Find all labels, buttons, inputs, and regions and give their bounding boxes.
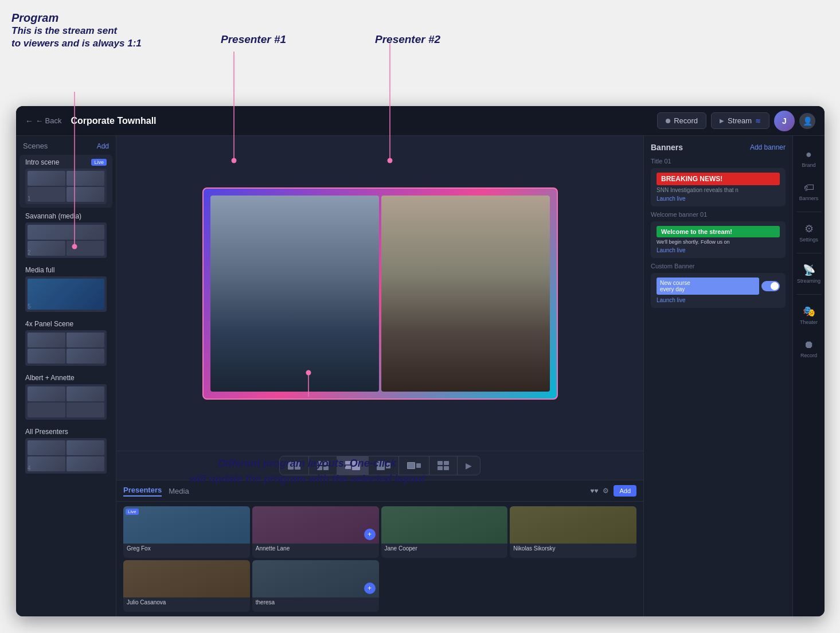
presenter-name-annette: Annette Lane (252, 544, 379, 553)
banner-custom-toggle[interactable] (761, 281, 780, 291)
banner-breaking-headline: BREAKING NEWS! (657, 173, 780, 185)
layout-desc-text: Different program layouts. One-clickwill… (189, 456, 425, 487)
brand-label: Brand (802, 162, 815, 168)
record-button[interactable]: Record (657, 112, 706, 129)
layout-annotation: Different program layouts. One-clickwill… (189, 456, 425, 487)
scene-item-media-full[interactable]: Media full 5 (19, 263, 112, 315)
divider-3 (796, 294, 822, 295)
record-icon: ⏺ (804, 339, 814, 351)
streaming-icon: 📡 (803, 264, 815, 276)
scene-item-4panel[interactable]: 4x Panel Scene (19, 316, 112, 369)
presenter-thumb-greg: Live (123, 506, 250, 544)
program-inner (210, 196, 550, 392)
program-desc-annotation: This is the stream sentto viewers and is… (11, 25, 142, 50)
add-presenter-button[interactable]: Add (614, 485, 636, 497)
banner-group-welcome: Welcome banner 01 (651, 211, 786, 218)
scene-number-4: 4 (28, 465, 31, 471)
stream-button[interactable]: ▶ Stream ≋ (711, 112, 769, 129)
presenter-name-theresa: theresa (252, 597, 379, 607)
main-layout: Scenes Add Intro scene Live 1 (16, 136, 825, 616)
divider-2 (796, 253, 822, 253)
banner-welcome-text: We'll begin shortly. Follow us on (657, 239, 780, 245)
far-right-settings[interactable]: ⚙ Settings (793, 217, 825, 248)
layout-btn-stack[interactable] (429, 456, 458, 475)
presenter-card-greg[interactable]: Live Greg Fox (123, 506, 250, 558)
scene-item-intro[interactable]: Intro scene Live 1 (19, 155, 112, 208)
presenter-card-jane[interactable]: Jane Cooper (381, 506, 508, 558)
presenter-name-nikolas: Nikolas Sikorsky (510, 544, 636, 553)
presenters-actions: ♥♥ ⚙ Add (590, 485, 636, 497)
grid-view-icon[interactable]: ⚙ (603, 487, 609, 495)
banner-breaking-text: SNN Investigation reveals that n (657, 187, 780, 193)
presenters-grid: Live Greg Fox + Annette Lane (116, 502, 643, 616)
app-window: ← ← Back Corporate Townhall Record ▶ Str… (16, 106, 825, 616)
far-right-theater[interactable]: 🎭 Theater (793, 299, 825, 331)
presenter-thumb-nikolas (510, 506, 636, 544)
user-menu-icon[interactable]: 👤 (799, 113, 815, 129)
banner-welcome-launch[interactable]: Launch live (657, 247, 780, 253)
far-right-record[interactable]: ⏺ Record (793, 333, 825, 364)
program-title-annotation: Program (11, 11, 142, 25)
back-arrow-icon: ← (25, 116, 33, 126)
record-dot-icon (666, 119, 670, 123)
back-button[interactable]: ← ← Back (25, 116, 62, 126)
presenter-thumb-annette: + (252, 506, 379, 544)
scenes-add-button[interactable]: Add (97, 142, 109, 150)
banners-icon: 🏷 (804, 182, 814, 194)
scene-thumbnail-all: 4 (25, 438, 107, 474)
banners-header: Banners Add banner (651, 143, 786, 152)
banner-custom-content: New courseevery day (657, 278, 780, 295)
banner-custom-launch[interactable]: Launch live (657, 297, 780, 303)
banners-section: Banners Add banner Title 01 BREAKING NEW… (644, 136, 792, 318)
add-banner-button[interactable]: Add banner (750, 143, 786, 151)
presenter-card-theresa[interactable]: + theresa (252, 560, 379, 612)
banners-label: Banners (799, 196, 819, 201)
far-right-panel: ● Brand 🏷 Banners ⚙ Settings 📡 Streaming… (792, 136, 825, 616)
scene-thumbnail-intro: 1 (25, 169, 107, 204)
presenter-card-nikolas[interactable]: Nikolas Sikorsky (510, 506, 636, 558)
tab-media[interactable]: Media (169, 487, 189, 495)
far-right-brand[interactable]: ● Brand (793, 143, 825, 174)
banner-group-title-01: Title 01 (651, 158, 786, 165)
scene-name-all: All Presenters (25, 428, 68, 436)
settings-icon: ⚙ (804, 222, 814, 235)
center-area: ▶ Presenters Media ♥♥ ⚙ Add (116, 136, 643, 616)
scene-number-5: 5 (28, 303, 31, 310)
scene-name-intro: Intro scene (25, 158, 59, 166)
brand-icon: ● (806, 149, 812, 161)
banners-sidebar: Banners Add banner Title 01 BREAKING NEW… (643, 136, 792, 616)
scene-item-all[interactable]: All Presenters 4 (19, 424, 112, 477)
banner-group-custom: Custom Banner (651, 263, 786, 269)
scene-item-savannah[interactable]: Savannah (media) 2 (19, 209, 112, 261)
settings-label: Settings (799, 237, 818, 243)
layout-btn-play[interactable]: ▶ (458, 456, 480, 475)
divider-1 (796, 212, 822, 212)
scene-thumbnail-4panel (25, 330, 107, 366)
banner-breaking-launch[interactable]: Launch live (657, 196, 780, 202)
presenter-card-annette[interactable]: + Annette Lane (252, 506, 379, 558)
add-theresa-button[interactable]: + (364, 583, 376, 594)
scene-name-savannah: Savannah (media) (25, 212, 81, 220)
far-right-banners[interactable]: 🏷 Banners (793, 176, 825, 207)
banner-welcome-headline: Welcome to the stream! (657, 226, 780, 237)
presenter-thumb-julio (123, 560, 250, 597)
add-annette-button[interactable]: + (364, 529, 376, 540)
far-right-streaming[interactable]: 📡 Streaming (793, 258, 825, 290)
banner-item-welcome: Welcome to the stream! We'll begin short… (651, 221, 786, 258)
stream-indicator-icon: ≋ (755, 117, 761, 125)
scenes-header: Scenes Add (16, 136, 116, 154)
presenter-name-greg: Greg Fox (123, 544, 250, 553)
scenes-title: Scenes (23, 142, 48, 150)
program-view (116, 136, 643, 451)
page-title: Corporate Townhall (71, 116, 658, 126)
program-frame (202, 187, 558, 400)
program-annotation: Program This is the stream sentto viewer… (11, 11, 142, 50)
theater-icon: 🎭 (803, 305, 815, 318)
presenter-card-julio[interactable]: Julio Casanova (123, 560, 250, 612)
scene-item-albert[interactable]: Albert + Annette (19, 370, 112, 423)
user-avatar[interactable]: J (774, 111, 795, 131)
scene-number-1: 1 (28, 196, 31, 202)
heart-icon: ♥♥ (590, 487, 598, 495)
tab-presenters[interactable]: Presenters (123, 486, 162, 497)
header-actions: Record ▶ Stream ≋ J 👤 (657, 111, 815, 131)
